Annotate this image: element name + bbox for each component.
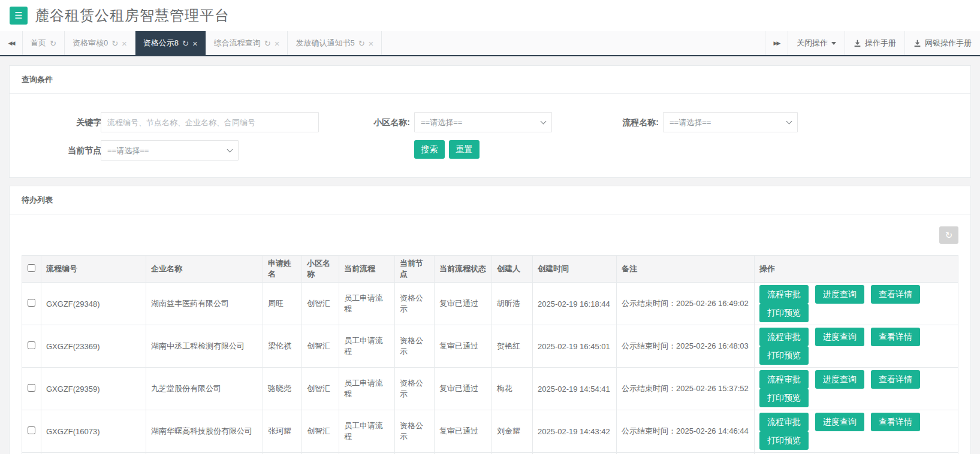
cell-node: 资格公示 <box>395 368 435 410</box>
download-icon <box>854 40 861 47</box>
cell-community: 创智汇 <box>302 283 339 325</box>
cell-creator: 胡昕浩 <box>492 283 533 325</box>
tab-label: 资格公示8 <box>143 38 179 49</box>
tab-refresh-icon[interactable]: ↻ <box>264 39 271 48</box>
cell-node: 资格公示 <box>395 283 435 325</box>
select-all-checkbox[interactable] <box>28 264 35 272</box>
query-form: 关键字: 小区名称: ==请选择== 流程名称: ==请选择== 当前节点: =… <box>10 94 970 177</box>
reset-button[interactable]: 重置 <box>449 140 480 159</box>
tab-bar-right-controls: ▶▶ 关闭操作 操作手册 网银操作手册 <box>765 31 980 55</box>
flow-select[interactable]: ==请选择== <box>663 112 798 132</box>
action-button-1[interactable]: 流程审批 <box>759 370 809 389</box>
action-button-1[interactable]: 流程审批 <box>759 413 809 431</box>
row-checkbox[interactable] <box>28 384 35 392</box>
tab-refresh-icon[interactable]: ↻ <box>358 39 365 48</box>
tab-refresh-icon[interactable]: ↻ <box>111 39 118 48</box>
action-button-4[interactable]: 打印预览 <box>759 304 809 322</box>
tab-bar: ◀◀ 首页↻资格审核0↻×资格公示8↻×综合流程查询↻×发放确认通知书5↻× ▶… <box>0 31 980 56</box>
cell-community: 创智汇 <box>302 410 339 453</box>
action-button-3[interactable]: 查看详情 <box>871 328 920 346</box>
row-checkbox[interactable] <box>28 426 35 434</box>
action-button-2[interactable]: 进度查询 <box>815 413 864 431</box>
column-header: 创建人 <box>492 256 533 283</box>
tab-4[interactable]: 综合流程查询↻× <box>206 31 288 55</box>
cell-flow: 员工申请流程 <box>339 283 395 325</box>
tab-close-icon[interactable]: × <box>275 38 280 49</box>
cell-code: GXGZF(29359) <box>41 368 146 410</box>
search-button[interactable]: 搜索 <box>414 140 445 159</box>
community-label: 小区名称: <box>350 112 410 132</box>
bank-manual-download-button[interactable]: 网银操作手册 <box>904 31 980 55</box>
action-button-3[interactable]: 查看详情 <box>871 413 920 431</box>
cell-remark: 公示结束时间：2025-02-26 15:37:52 <box>617 368 755 410</box>
tab-label: 综合流程查询 <box>214 38 261 49</box>
cell-community: 创智汇 <box>302 368 339 410</box>
action-button-4[interactable]: 打印预览 <box>759 431 809 450</box>
action-button-2[interactable]: 进度查询 <box>815 370 864 389</box>
keyword-input[interactable] <box>101 112 319 132</box>
row-checkbox[interactable] <box>28 299 35 307</box>
cell-created: 2025-02-19 14:54:41 <box>533 368 617 410</box>
scroll-tabs-left-button[interactable]: ◀◀ <box>0 31 23 55</box>
node-select[interactable]: ==请选择== <box>101 140 239 161</box>
row-checkbox[interactable] <box>28 341 35 349</box>
tab-5[interactable]: 发放确认通知书5↻× <box>288 31 382 55</box>
tab-refresh-icon[interactable]: ↻ <box>50 39 56 48</box>
close-operations-dropdown[interactable]: 关闭操作 <box>788 31 845 55</box>
cell-status: 复审已通过 <box>435 410 492 453</box>
select-all-cell <box>22 256 41 283</box>
grid-refresh-button[interactable]: ↻ <box>939 226 958 244</box>
action-button-1[interactable]: 流程审批 <box>759 328 809 346</box>
app-title: 麓谷租赁公租房智慧管理平台 <box>35 6 230 25</box>
tab-2[interactable]: 资格审核0↻× <box>65 31 135 55</box>
tab-refresh-icon[interactable]: ↻ <box>182 39 189 48</box>
cell-code: GXGZF(23369) <box>41 325 146 368</box>
cell-company: 九芝堂股份有限公司 <box>146 368 263 410</box>
column-header: 当前流程 <box>339 256 395 283</box>
flow-name-label: 流程名称: <box>599 112 659 132</box>
column-header: 备注 <box>617 256 755 283</box>
cell-status: 复审已通过 <box>435 325 492 368</box>
column-header: 当前节点 <box>395 256 435 283</box>
scroll-tabs-right-button[interactable]: ▶▶ <box>765 31 788 55</box>
cell-company: 湖南益丰医药有限公司 <box>146 283 263 325</box>
community-select-wrap: ==请选择== <box>414 112 552 132</box>
tab-close-icon[interactable]: × <box>192 38 198 49</box>
tab-label: 首页 <box>31 38 46 49</box>
current-node-label: 当前节点: <box>22 140 104 161</box>
tab-close-icon[interactable]: × <box>122 38 127 49</box>
todo-panel: 待办列表 ↻ 流程编号企业名称申请姓名小区名称当前流程当前节点当前流程状态创建人… <box>9 186 971 454</box>
todo-table: 流程编号企业名称申请姓名小区名称当前流程当前节点当前流程状态创建人创建时间备注操… <box>22 255 958 454</box>
tab-3[interactable]: 资格公示8↻× <box>135 31 206 55</box>
row-select-cell <box>22 283 41 325</box>
tab-label: 发放确认通知书5 <box>295 38 354 49</box>
cell-creator: 刘金耀 <box>492 410 533 453</box>
cell-creator: 梅花 <box>492 368 533 410</box>
caret-down-icon <box>831 42 836 45</box>
community-select[interactable]: ==请选择== <box>414 112 552 132</box>
row-select-cell <box>22 410 41 453</box>
tab-1[interactable]: 首页↻ <box>23 31 65 55</box>
action-button-1[interactable]: 流程审批 <box>759 285 809 304</box>
action-button-4[interactable]: 打印预览 <box>759 346 809 365</box>
tab-close-icon[interactable]: × <box>369 38 374 49</box>
cell-actions: 流程审批进度查询查看详情打印预览 <box>755 368 958 410</box>
close-operations-label: 关闭操作 <box>797 38 828 49</box>
manual-download-button[interactable]: 操作手册 <box>845 31 904 55</box>
table-row: GXGZF(23369)湖南中丞工程检测有限公司梁伦祺创智汇员工申请流程资格公示… <box>22 325 958 368</box>
action-button-4[interactable]: 打印预览 <box>759 389 809 407</box>
action-button-3[interactable]: 查看详情 <box>871 285 920 304</box>
keyword-label: 关键字: <box>22 112 104 132</box>
menu-toggle-button[interactable]: ☰ <box>10 7 28 25</box>
table-row: GXGZF(29359)九芝堂股份有限公司骆晓尧创智汇员工申请流程资格公示复审已… <box>22 368 958 410</box>
cell-applicant: 梁伦祺 <box>263 325 302 368</box>
action-button-3[interactable]: 查看详情 <box>871 370 920 389</box>
tab-list: 首页↻资格审核0↻×资格公示8↻×综合流程查询↻×发放确认通知书5↻× <box>23 31 382 55</box>
action-button-2[interactable]: 进度查询 <box>815 285 864 304</box>
table-row: GXGZF(29348)湖南益丰医药有限公司周旺创智汇员工申请流程资格公示复审已… <box>22 283 958 325</box>
cell-creator: 贺艳红 <box>492 325 533 368</box>
action-button-2[interactable]: 进度查询 <box>815 328 864 346</box>
grid-toolbar: ↻ <box>22 226 958 244</box>
cell-actions: 流程审批进度查询查看详情打印预览 <box>755 410 958 453</box>
column-header: 企业名称 <box>146 256 263 283</box>
